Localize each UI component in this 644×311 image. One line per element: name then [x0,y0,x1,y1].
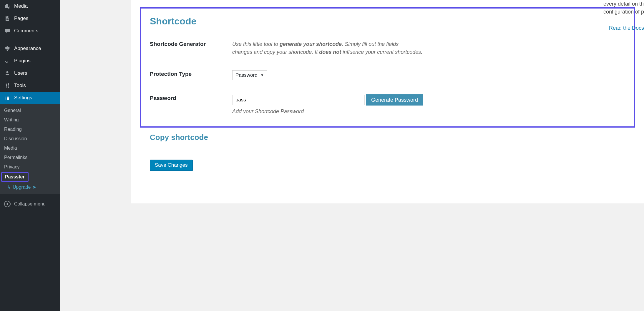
submenu-privacy[interactable]: Privacy [0,162,60,172]
submenu-permalinks[interactable]: Permalinks [0,153,60,162]
upgrade-label: Upgrade [13,185,31,190]
submenu-upgrade[interactable]: ↳ Upgrade ➤ [0,182,60,192]
menu-appearance[interactable]: Appearance [0,42,60,55]
label-password: Password [150,94,232,101]
read-docs-link[interactable]: Read the Docs [603,24,644,32]
upgrade-indent-icon: ↳ [7,184,11,190]
chevron-down-icon: ▼ [260,73,264,77]
settings-submenu: General Writing Reading Discussion Media… [0,104,60,194]
row-shortcode-generator: Shortcode Generator Use this little tool… [150,40,625,56]
blurb-line-1: every detail on th [603,0,644,8]
media-icon [4,3,11,9]
menu-tools[interactable]: Tools [0,79,60,92]
tools-icon [4,82,11,89]
menu-label: Settings [14,95,32,101]
collapse-label: Collapse menu [14,201,46,207]
main-content: every detail on th configuration of p Re… [60,0,644,311]
menu-label: Comments [14,28,38,34]
upgrade-arrow-icon: ➤ [32,184,36,190]
save-changes-button[interactable]: Save Changes [150,160,193,171]
settings-icon [4,95,11,101]
row-protection-type: Protection Type Password ▼ [150,70,625,80]
submenu-passster[interactable]: Passster [1,172,29,182]
menu-comments[interactable]: Comments [0,25,60,37]
collapse-icon [4,201,11,207]
menu-label: Plugins [14,58,31,64]
submenu-writing[interactable]: Writing [0,115,60,125]
plugins-icon [4,58,11,64]
copy-shortcode-heading: Copy shortcode [150,133,635,142]
menu-label: Media [14,3,28,9]
password-help-text: Add your Shortcode Password [232,108,625,115]
generator-description: Use this little tool to generate your sh… [232,40,625,56]
menu-media[interactable]: Media [0,0,60,12]
label-shortcode-generator: Shortcode Generator [150,40,232,47]
blurb-line-2: configuration of p [603,8,644,16]
comments-icon [4,28,11,34]
content-card: every detail on th configuration of p Re… [131,0,644,203]
submenu-reading[interactable]: Reading [0,125,60,134]
menu-settings[interactable]: Settings [0,92,60,104]
pages-icon [4,15,11,22]
menu-label: Users [14,70,27,76]
row-password: Password Generate Password Add your Shor… [150,94,625,115]
generate-password-button[interactable]: Generate Password [366,94,423,106]
submenu-general[interactable]: General [0,106,60,115]
submenu-discussion[interactable]: Discussion [0,134,60,143]
menu-pages[interactable]: Pages [0,12,60,25]
collapse-menu[interactable]: Collapse menu [0,197,60,211]
submenu-media[interactable]: Media [0,143,60,153]
menu-label: Pages [14,16,28,21]
menu-plugins[interactable]: Plugins [0,55,60,67]
menu-label: Appearance [14,46,41,51]
password-input[interactable] [232,95,365,105]
menu-label: Tools [14,83,26,88]
panel-title: Shortcode [150,16,625,27]
protection-type-select[interactable]: Password ▼ [232,70,267,80]
top-blurb: every detail on th configuration of p Re… [603,0,644,32]
shortcode-panel: Shortcode Shortcode Generator Use this l… [140,7,635,128]
label-protection-type: Protection Type [150,70,232,77]
users-icon [4,70,11,76]
admin-sidebar: Media Pages Comments Appearance Pl [0,0,60,311]
menu-users[interactable]: Users [0,67,60,79]
appearance-icon [4,45,11,52]
select-value: Password [235,72,258,78]
